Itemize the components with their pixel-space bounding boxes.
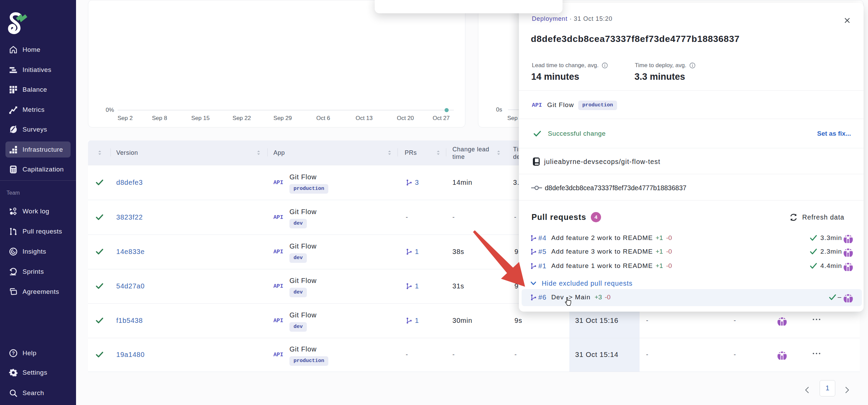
svg-text:?: ? — [12, 350, 15, 356]
